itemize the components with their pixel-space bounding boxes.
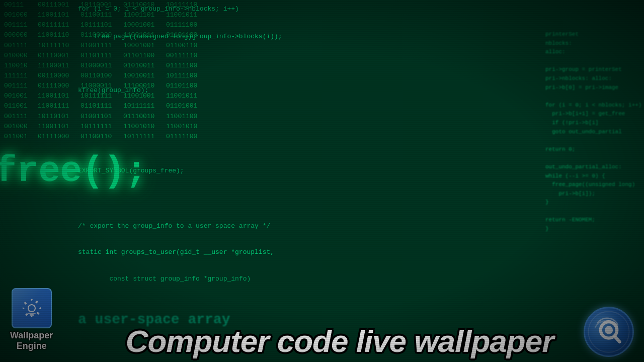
svg-point-0 <box>29 305 35 311</box>
binary-col-2: 00111001 11001101 00111111 11001110 1011… <box>38 0 69 142</box>
wallpaper-title: Computer code live wallpaper <box>101 326 579 357</box>
wallpaper-background: 00111 001000 001111 000000 001111 010000… <box>0 0 644 362</box>
svg-rect-2 <box>30 314 34 316</box>
bottom-title-bar: Computer code live wallpaper <box>0 317 644 362</box>
wallpaper-engine-label: WallpaperEngine <box>10 330 53 352</box>
binary-col-4: 01110010 11001101 10001001 11001011 1000… <box>123 0 154 142</box>
binary-col-1: 00111 001000 001111 000000 001111 010000… <box>4 0 28 142</box>
steam-badge[interactable] <box>584 307 634 357</box>
large-code-text: free(); <box>0 151 147 192</box>
steam-logo-svg <box>586 309 631 354</box>
svg-line-6 <box>615 336 620 342</box>
binary-col-3: 10110001 01100111 10111101 01100000 0100… <box>80 0 112 142</box>
wallpaper-engine-icon <box>12 288 52 328</box>
binary-col-5: 10111110 11001011 01111100 01101100 0110… <box>166 0 197 142</box>
steam-icon <box>584 307 634 357</box>
gear-icon <box>20 296 44 320</box>
svg-point-5 <box>605 326 613 334</box>
wallpaper-engine-badge[interactable]: WallpaperEngine <box>10 288 53 352</box>
svg-rect-1 <box>28 313 36 314</box>
